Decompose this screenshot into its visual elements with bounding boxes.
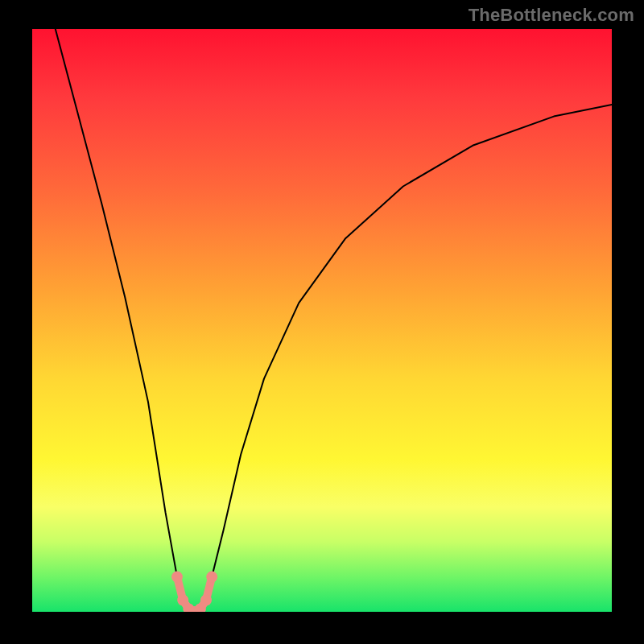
- min-highlight: [171, 572, 217, 612]
- plot-area: [32, 29, 612, 612]
- watermark-text: TheBottleneck.com: [469, 5, 634, 26]
- svg-point-6: [206, 572, 217, 583]
- chart-frame: TheBottleneck.com: [0, 0, 644, 644]
- svg-point-5: [200, 595, 212, 606]
- svg-point-0: [171, 572, 183, 583]
- curve-layer: [32, 29, 612, 612]
- bottleneck-curve: [56, 29, 612, 612]
